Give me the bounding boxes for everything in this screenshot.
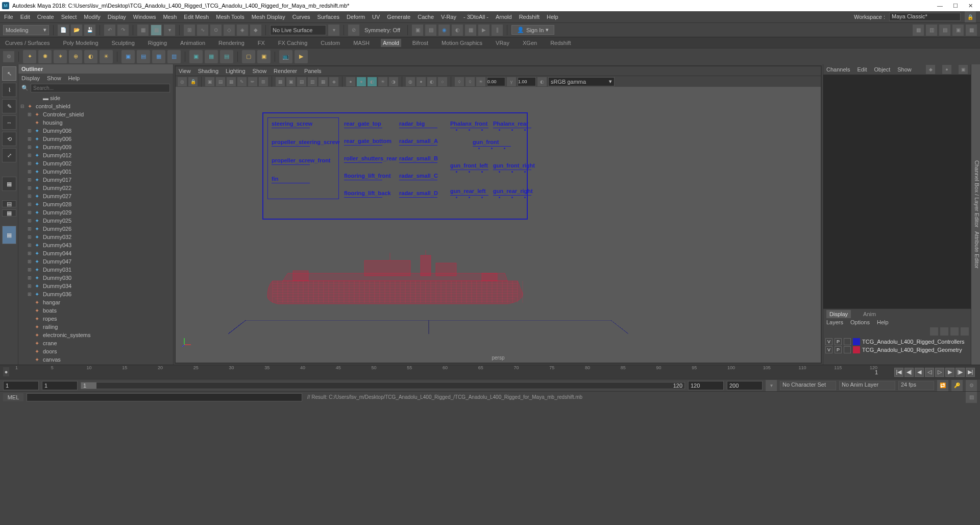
range-start-field[interactable]: [3, 381, 39, 390]
arnold-area-light-icon[interactable]: ✦: [23, 50, 36, 63]
outliner-node[interactable]: ▬ side: [20, 94, 171, 102]
shelf-tab-xgen[interactable]: XGen: [521, 39, 539, 47]
select-mask-icon[interactable]: ▾: [164, 25, 175, 36]
outliner-node[interactable]: ⊞✦Dummy006: [20, 135, 171, 143]
outliner-node[interactable]: ⊞✦Dummy026: [20, 225, 171, 233]
menu-redshift[interactable]: Redshift: [519, 14, 540, 20]
shelf-tab-bifrost[interactable]: Bifrost: [410, 39, 430, 47]
cb-icon2[interactable]: ●: [942, 65, 951, 74]
paint-select-icon[interactable]: ✎: [2, 99, 16, 113]
outliner-node[interactable]: ✦railing: [20, 323, 171, 331]
sidebar-tabs[interactable]: Channel Box / Layer Editor Attribute Edi…: [971, 64, 980, 365]
rig-control-rear_gate_bottom[interactable]: rear_gate_bottom: [344, 138, 382, 146]
vp-aa-icon[interactable]: ○: [438, 77, 447, 86]
vp-isolate-icon[interactable]: ◍: [406, 77, 415, 86]
vp-menu-panels[interactable]: Panels: [304, 68, 322, 74]
vp-xrayj-icon[interactable]: ◊: [465, 77, 475, 86]
vp-gate-icon[interactable]: ▤: [297, 77, 306, 86]
snap-curve-icon[interactable]: ∿: [197, 25, 208, 36]
outliner-node[interactable]: ✦hangar: [20, 298, 171, 306]
open-scene-icon[interactable]: 📂: [71, 25, 82, 36]
live-toggle-icon[interactable]: ▾: [328, 25, 339, 36]
shelf-tab-rigging[interactable]: Rigging: [146, 39, 169, 47]
rig-control-steering_screw[interactable]: steering_screw: [272, 121, 310, 128]
vp-bookmark-icon[interactable]: ▣: [205, 77, 214, 86]
range-slider[interactable]: 120 1: [81, 382, 685, 389]
lock-icon[interactable]: 🔒: [965, 11, 976, 22]
menu-uv[interactable]: UV: [372, 14, 380, 20]
prefs-icon[interactable]: ⚙: [966, 380, 977, 391]
arnold-standin-icon[interactable]: ▦: [152, 50, 165, 63]
select-mode-icon[interactable]: ▦: [137, 25, 149, 36]
outliner-node[interactable]: ⊞✦Dummy008: [20, 127, 171, 135]
arnold-operator1-icon[interactable]: ▢: [242, 50, 255, 63]
anim-layer-dropdown[interactable]: No Anim Layer: [839, 381, 895, 390]
vp-gamma-field[interactable]: [518, 77, 536, 86]
arnold-operator2-icon[interactable]: ▣: [257, 50, 271, 63]
rig-control-gun_rear_left[interactable]: gun_rear_left: [450, 188, 488, 198]
vp-menu-view[interactable]: View: [179, 68, 191, 74]
vp-colorspace-dropdown[interactable]: sRGB gamma▾: [548, 77, 615, 86]
outliner-tree[interactable]: ▬ side⊟✦control_shield⊞✦Controler_shield…: [18, 93, 173, 365]
rig-control-radar_small_D[interactable]: radar_small_D: [399, 190, 437, 198]
vp-menu-shading[interactable]: Shading: [198, 68, 218, 74]
menu-meshtools[interactable]: Mesh Tools: [216, 14, 244, 20]
menu-create[interactable]: Create: [37, 14, 54, 20]
outliner-node[interactable]: ✦doors: [20, 347, 171, 355]
menu-cache[interactable]: Cache: [418, 14, 434, 20]
snap-plane-icon[interactable]: ◇: [224, 25, 235, 36]
arnold-photometric-icon[interactable]: ⊕: [69, 50, 82, 63]
step-back-key-icon[interactable]: ◀|: [904, 368, 914, 377]
arnold-physical-sky-icon[interactable]: ☀: [100, 50, 113, 63]
menuset-dropdown[interactable]: Modeling▾: [3, 25, 49, 35]
rtab-edit[interactable]: Edit: [857, 66, 867, 73]
outliner-node[interactable]: ⊞✦Dummy029: [20, 208, 171, 217]
arnold-txman-icon[interactable]: ▤: [220, 50, 233, 63]
vp-snap-icon[interactable]: ⊞: [259, 77, 268, 86]
rig-control-flooring_lift_front[interactable]: flooring_lift_front: [344, 173, 382, 180]
vp-gpencil-icon[interactable]: ✏: [248, 77, 257, 86]
rig-control-gun_rear_right[interactable]: gun_rear_right: [493, 188, 531, 198]
undo-icon[interactable]: ↶: [104, 25, 115, 36]
arnold-volume-icon[interactable]: ▥: [167, 50, 181, 63]
playblast-icon[interactable]: ▶: [478, 25, 489, 36]
vp-safe-icon[interactable]: ▦: [318, 77, 328, 86]
shelf-tab-sculpt[interactable]: Sculpting: [110, 39, 137, 47]
maximize-icon[interactable]: ☐: [953, 3, 958, 9]
outliner-node[interactable]: ⊞✦Dummy031: [20, 266, 171, 274]
layout-icon-4[interactable]: ▣: [952, 25, 964, 36]
layer-menu-help[interactable]: Help: [877, 319, 889, 327]
outliner-node[interactable]: ✦housing: [20, 118, 171, 127]
scale-tool-icon[interactable]: ⤢: [2, 148, 16, 162]
vp-shadows-icon[interactable]: ◑: [389, 77, 398, 86]
vp-2d-zoom-icon[interactable]: ▦: [227, 77, 236, 86]
last-tool-icon[interactable]: ▦: [2, 177, 16, 191]
autokey-icon[interactable]: ●: [3, 367, 9, 376]
close-icon[interactable]: ✕: [968, 3, 973, 9]
layout-icon-1[interactable]: ▦: [913, 25, 924, 36]
vp-shaded-icon[interactable]: ●: [346, 77, 355, 86]
outliner-node[interactable]: ⊞✦Dummy032: [20, 233, 171, 241]
rig-control-gun_front_right[interactable]: gun_front_right: [493, 162, 531, 173]
outliner-node[interactable]: ⊞✦Dummy022: [20, 184, 171, 192]
outliner-node[interactable]: ⊞✦Dummy002: [20, 159, 171, 168]
outliner-node[interactable]: ⊞✦Dummy036: [20, 290, 171, 298]
menu-generate[interactable]: Generate: [387, 14, 410, 20]
minimize-icon[interactable]: —: [937, 3, 943, 9]
shelf-tab-mash[interactable]: MASH: [351, 39, 372, 47]
step-forward-key-icon[interactable]: |▶: [955, 368, 965, 377]
loop-icon[interactable]: 🔁: [937, 380, 948, 391]
vp-menu-renderer[interactable]: Renderer: [274, 68, 297, 74]
render-icon[interactable]: ▣: [412, 25, 423, 36]
rig-control-propeller_steering_screw[interactable]: propeller_steering_screw: [272, 139, 310, 147]
shelf-gear-icon[interactable]: ⚙: [3, 51, 14, 62]
layer-menu-layers[interactable]: Layers: [826, 319, 843, 327]
snap-point-icon[interactable]: ⊙: [210, 25, 222, 36]
goto-start-icon[interactable]: |◀: [894, 368, 903, 377]
select-hilite-icon[interactable]: ▦: [151, 25, 162, 36]
layer-moveup-icon[interactable]: [930, 327, 938, 336]
shelf-tab-render[interactable]: Rendering: [216, 39, 247, 47]
rig-control-gun_front_left[interactable]: gun_front_left: [450, 162, 488, 173]
autokey-toggle-icon[interactable]: 🔑: [951, 380, 963, 391]
play-forward-icon[interactable]: ▷: [935, 368, 944, 377]
